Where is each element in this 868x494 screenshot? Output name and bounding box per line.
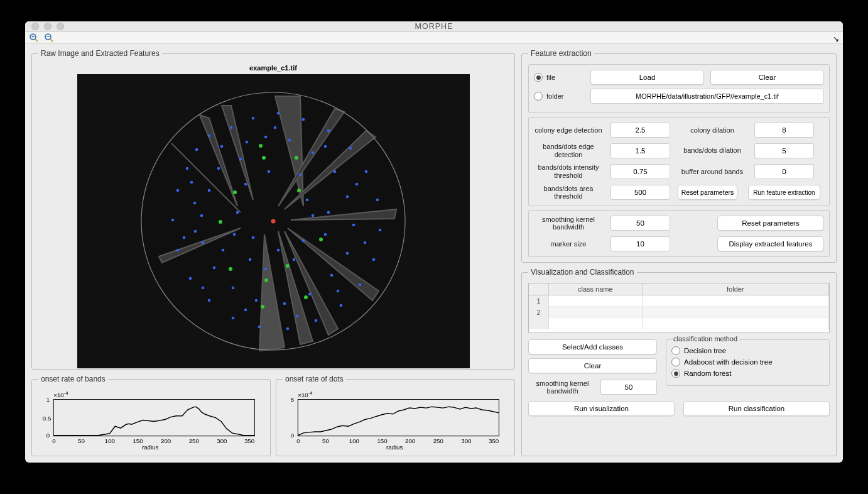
svg-text:350: 350 <box>489 437 499 444</box>
dots-chart: ×10-4 5 0 050100 150200250 300350 radius <box>283 390 508 451</box>
svg-text:radius: radius <box>142 444 159 451</box>
run-extraction-button[interactable]: Run feature extraction <box>748 185 820 200</box>
svg-point-81 <box>220 145 223 148</box>
colony-dilation-label: colony dilation <box>678 126 747 134</box>
svg-point-82 <box>245 141 248 144</box>
svg-point-72 <box>264 268 267 271</box>
clear-classes-button[interactable]: Clear <box>528 358 657 373</box>
intensity-thresh-label: bands/dots intensity threshold <box>534 163 603 179</box>
svg-point-13 <box>286 264 290 268</box>
bands-chart: ×10-4 1 0.5 0 050100 150200250 300350 ra… <box>38 390 264 451</box>
zoom-in-icon[interactable] <box>29 33 39 43</box>
area-thresh-label: bands/dots area threshold <box>534 185 603 200</box>
run-classification-button[interactable]: Run classification <box>683 401 830 416</box>
svg-text:50: 50 <box>78 437 85 444</box>
svg-point-91 <box>182 236 185 239</box>
feature-extraction-legend: Feature extraction <box>528 49 594 58</box>
svg-point-19 <box>229 267 232 271</box>
svg-point-51 <box>345 195 349 199</box>
display-features-button[interactable]: Display extracted features <box>717 236 824 251</box>
random-forest-label: Random forest <box>684 370 731 377</box>
svg-text:0: 0 <box>46 432 50 439</box>
marker-field[interactable]: 10 <box>610 236 670 251</box>
main-window: MORPHE ↘ Raw Image and Extracted Feature… <box>25 21 843 463</box>
svg-point-36 <box>286 327 289 331</box>
adaboost-label: Adaboost with decision tree <box>684 358 773 366</box>
intensity-thresh-field[interactable]: 0.75 <box>610 164 670 179</box>
bands-edge-field[interactable]: 1.5 <box>610 143 670 158</box>
svg-point-87 <box>336 290 339 293</box>
svg-point-50 <box>333 170 336 173</box>
svg-text:300: 300 <box>217 437 227 444</box>
svg-point-18 <box>304 295 308 299</box>
load-button[interactable]: Load <box>590 70 704 85</box>
svg-point-75 <box>221 249 224 252</box>
adaboost-radio[interactable] <box>671 358 680 366</box>
titlebar: MORPHE <box>25 21 843 32</box>
table-row: 2 <box>529 307 829 318</box>
area-thresh-field[interactable]: 500 <box>610 185 670 200</box>
svg-text:×10-4: ×10-4 <box>53 390 68 398</box>
path-field[interactable]: MORPHE/data/illustration/GFP//example_c1… <box>590 89 824 104</box>
svg-point-64 <box>251 236 254 239</box>
clear-button[interactable]: Clear <box>710 70 824 85</box>
svg-text:100: 100 <box>105 437 116 444</box>
toolbar-menu-icon[interactable]: ↘ <box>833 35 839 43</box>
run-visualization-button[interactable]: Run visualization <box>528 401 675 416</box>
svg-point-83 <box>273 126 276 129</box>
raw-image-panel: Raw Image and Extracted Features example… <box>31 49 515 370</box>
svg-text:0: 0 <box>296 437 300 444</box>
svg-point-65 <box>276 249 279 252</box>
svg-text:radius: radius <box>386 444 403 451</box>
svg-text:100: 100 <box>349 437 360 444</box>
select-classes-button[interactable]: Select/Add classes <box>528 339 657 354</box>
class-table-body[interactable]: 1 2 <box>528 295 830 333</box>
svg-point-90 <box>201 287 204 290</box>
svg-point-20 <box>319 238 323 241</box>
svg-point-16 <box>219 220 222 224</box>
svg-text:×10-4: ×10-4 <box>298 390 313 398</box>
dots-chart-panel: onset rate of dots ×10-4 5 0 050100 1502… <box>276 375 515 456</box>
table-row: 1 <box>529 295 829 307</box>
folder-radio[interactable] <box>534 92 543 101</box>
svg-point-80 <box>193 230 197 233</box>
smooth-field[interactable]: 50 <box>610 216 670 231</box>
svg-point-58 <box>231 287 234 290</box>
svg-point-71 <box>232 233 236 236</box>
bands-dilation-field[interactable]: 5 <box>754 143 814 158</box>
svg-point-85 <box>355 183 358 186</box>
svg-text:0: 0 <box>291 432 295 439</box>
reset-params-button[interactable]: Reset parameters <box>678 185 737 200</box>
viz-class-legend: Visualization and Classification <box>528 268 637 277</box>
svg-point-31 <box>378 229 381 232</box>
random-forest-radio[interactable] <box>671 369 680 378</box>
image-display[interactable] <box>77 74 470 368</box>
svg-point-78 <box>327 211 330 214</box>
colony-edge-field[interactable]: 2.5 <box>610 123 670 138</box>
table-row <box>529 318 829 329</box>
svg-point-55 <box>308 293 311 296</box>
folder-radio-label: folder <box>546 92 564 100</box>
svg-point-92 <box>190 181 193 184</box>
dots-chart-legend: onset rate of dots <box>283 375 346 383</box>
decision-tree-radio[interactable] <box>671 346 680 355</box>
svg-point-42 <box>171 219 174 222</box>
viz-smooth-field[interactable]: 50 <box>600 380 657 395</box>
image-title: example_c1.tif <box>38 64 508 72</box>
svg-point-17 <box>261 305 264 309</box>
svg-point-76 <box>248 258 251 261</box>
reset-display-button[interactable]: Reset parameters <box>717 216 824 231</box>
svg-point-32 <box>372 258 375 261</box>
classification-method-box: classification method Decision tree Adab… <box>666 339 830 386</box>
svg-point-73 <box>292 258 295 261</box>
svg-point-9 <box>259 144 263 148</box>
zoom-out-icon[interactable] <box>44 33 54 43</box>
buffer-field[interactable]: 0 <box>754 164 814 179</box>
file-radio[interactable] <box>534 73 543 82</box>
svg-point-15 <box>295 156 298 160</box>
colony-dilation-field[interactable]: 8 <box>754 123 814 138</box>
class-table-header: class name folder <box>528 283 830 295</box>
svg-point-63 <box>236 211 239 214</box>
svg-point-70 <box>244 183 247 186</box>
svg-point-48 <box>288 139 291 142</box>
